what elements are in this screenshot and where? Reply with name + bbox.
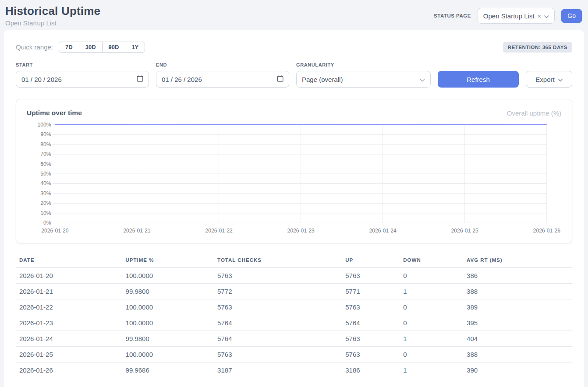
quick-range-button-7d[interactable]: 7D — [59, 42, 79, 53]
export-button[interactable]: Export — [526, 71, 572, 88]
column-header: UPTIME % — [122, 253, 214, 268]
uptime-table: DATEUPTIME %TOTAL CHECKSUPDOWNAVG RT (MS… — [16, 253, 572, 378]
table-cell: 2026-01-20 — [16, 267, 122, 283]
chevron-down-icon — [544, 12, 549, 20]
table-cell: 100.0000 — [122, 346, 214, 362]
table-row: 2026-01-2699.9686318731861390 — [16, 362, 572, 378]
refresh-button[interactable]: Refresh — [438, 71, 519, 88]
status-page-selected-value: Open Startup List — [483, 12, 535, 20]
granularity-value: Page (overall) — [302, 76, 343, 83]
table-row: 2026-01-22100.0000576357630389 — [16, 299, 572, 315]
chevron-down-icon — [420, 76, 425, 83]
granularity-field: GRANULARITY Page (overall) — [296, 62, 431, 88]
calendar-icon[interactable] — [277, 75, 283, 83]
table-cell: 2026-01-25 — [16, 346, 122, 362]
table-cell: 5763 — [342, 346, 400, 362]
granularity-select[interactable]: Page (overall) — [296, 71, 431, 88]
svg-text:90%: 90% — [40, 131, 51, 137]
page-header: Historical Uptime Open Startup List STAT… — [0, 0, 588, 30]
table-cell: 0 — [400, 315, 463, 331]
end-date-field: END 01 / 26 / 2026 — [156, 62, 289, 88]
table-cell: 100.0000 — [122, 315, 214, 331]
table-cell: 395 — [463, 315, 572, 331]
calendar-icon[interactable] — [137, 75, 143, 83]
page-subtitle: Open Startup List — [5, 19, 100, 27]
status-page-select[interactable]: Open Startup List × — [478, 8, 555, 24]
table-cell: 0 — [400, 299, 463, 315]
toolbar-top: Quick range: 7D30D90D1Y RETENTION: 365 D… — [16, 42, 572, 53]
table-row: 2026-01-23100.0000576457640395 — [16, 315, 572, 331]
svg-text:80%: 80% — [40, 141, 51, 148]
table-cell: 5764 — [342, 315, 400, 331]
table-cell: 3187 — [214, 362, 342, 378]
svg-text:50%: 50% — [40, 171, 51, 177]
table-wrap: DATEUPTIME %TOTAL CHECKSUPDOWNAVG RT (MS… — [16, 253, 572, 378]
table-cell: 5763 — [214, 267, 342, 283]
svg-text:10%: 10% — [40, 210, 51, 216]
table-cell: 99.9800 — [122, 331, 214, 346]
header-controls: STATUS PAGE Open Startup List × Go — [434, 8, 582, 24]
quick-range-label: Quick range: — [16, 43, 53, 51]
page-title: Historical Uptime — [5, 4, 100, 18]
table-cell: 1 — [400, 362, 463, 378]
chart-title: Uptime over time — [27, 109, 82, 117]
clear-icon[interactable]: × — [538, 13, 542, 19]
table-cell: 100.0000 — [122, 267, 214, 283]
uptime-chart: 0%10%20%30%40%50%60%70%80%90%100%2026-01… — [27, 121, 561, 237]
table-cell: 2026-01-24 — [16, 331, 122, 346]
column-header: UP — [342, 253, 400, 268]
svg-text:0%: 0% — [43, 220, 51, 226]
chevron-down-icon — [558, 76, 563, 83]
start-date-input[interactable]: 01 / 20 / 2026 — [16, 71, 149, 88]
table-cell: 5771 — [342, 283, 400, 299]
svg-text:70%: 70% — [40, 151, 51, 157]
quick-range-group: 7D30D90D1Y — [59, 42, 145, 53]
end-date-input[interactable]: 01 / 26 / 2026 — [156, 71, 289, 88]
granularity-label: GRANULARITY — [296, 62, 431, 67]
status-page-label: STATUS PAGE — [434, 13, 471, 18]
svg-text:2026-01-26: 2026-01-26 — [533, 228, 561, 234]
table-cell: 2026-01-21 — [16, 283, 122, 299]
table-cell: 5763 — [342, 267, 400, 283]
table-row: 2026-01-20100.0000576357630386 — [16, 267, 572, 283]
table-header-row: DATEUPTIME %TOTAL CHECKSUPDOWNAVG RT (MS… — [16, 253, 572, 268]
table-cell: 3186 — [342, 362, 400, 378]
svg-text:40%: 40% — [40, 180, 51, 186]
svg-text:20%: 20% — [40, 200, 51, 206]
table-cell: 5764 — [214, 315, 342, 331]
column-header: AVG RT (MS) — [463, 253, 572, 268]
start-date-label: START — [16, 62, 149, 67]
uptime-table-body: 2026-01-20100.00005763576303862026-01-21… — [16, 267, 572, 378]
quick-range-button-30d[interactable]: 30D — [79, 42, 103, 53]
go-button[interactable]: Go — [561, 9, 582, 23]
quick-range-button-1y[interactable]: 1Y — [125, 42, 145, 53]
table-cell: 388 — [463, 283, 572, 299]
retention-badge: RETENTION: 365 DAYS — [503, 42, 572, 53]
table-cell: 386 — [463, 267, 572, 283]
table-cell: 0 — [400, 346, 463, 362]
start-date-value: 01 / 20 / 2026 — [21, 76, 62, 83]
table-cell: 5763 — [214, 299, 342, 315]
quick-range-button-90d[interactable]: 90D — [102, 42, 126, 53]
table-cell: 404 — [463, 331, 572, 346]
table-cell: 99.9800 — [122, 283, 214, 299]
chart-card: Uptime over time Overall uptime (%) 0%10… — [16, 99, 572, 243]
table-cell: 2026-01-22 — [16, 299, 122, 315]
end-date-value: 01 / 26 / 2026 — [162, 76, 202, 83]
column-header: DOWN — [400, 253, 463, 268]
svg-text:2026-01-20: 2026-01-20 — [41, 228, 69, 234]
table-cell: 0 — [400, 267, 463, 283]
toolbar-fields: START 01 / 20 / 2026 END 01 / 26 / 2026 … — [16, 62, 572, 88]
svg-text:2026-01-22: 2026-01-22 — [205, 228, 233, 234]
start-date-field: START 01 / 20 / 2026 — [16, 62, 149, 88]
table-cell: 5772 — [214, 283, 342, 299]
table-cell: 5763 — [342, 331, 400, 346]
table-cell: 390 — [463, 362, 572, 378]
table-cell: 5763 — [342, 299, 400, 315]
main-panel: Quick range: 7D30D90D1Y RETENTION: 365 D… — [4, 30, 584, 387]
table-cell: 2026-01-26 — [16, 362, 122, 378]
chart-header: Uptime over time Overall uptime (%) — [27, 109, 561, 117]
table-cell: 388 — [463, 346, 572, 362]
chart-legend: Overall uptime (%) — [507, 109, 561, 117]
svg-text:60%: 60% — [40, 161, 51, 167]
